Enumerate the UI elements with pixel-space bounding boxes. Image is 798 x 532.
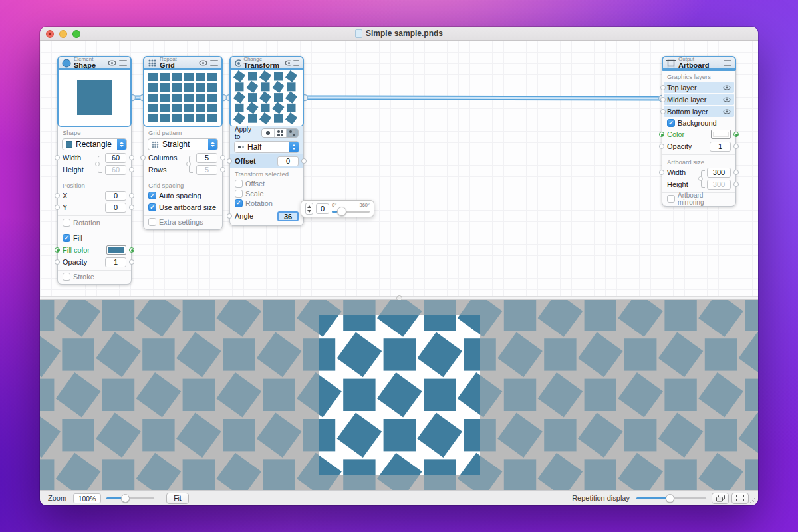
angle-stepper[interactable] bbox=[305, 203, 313, 215]
layer-eye-icon[interactable] bbox=[723, 85, 731, 90]
columns-field[interactable]: 5 bbox=[196, 153, 217, 163]
columns-port-left[interactable] bbox=[140, 155, 146, 160]
offset-field[interactable]: 0 bbox=[277, 156, 299, 166]
zoom-value-field[interactable]: 100% bbox=[73, 493, 101, 503]
rotation-checkbox[interactable] bbox=[63, 219, 70, 227]
y-port-left[interactable] bbox=[55, 205, 60, 210]
columns-port[interactable] bbox=[220, 155, 225, 160]
fill-color-port-left[interactable] bbox=[55, 247, 60, 253]
node-menu-icon[interactable] bbox=[210, 60, 218, 66]
artboard-height-field[interactable]: 300 bbox=[707, 180, 731, 190]
fullscreen-button[interactable] bbox=[732, 493, 749, 504]
artboard-width-port-left[interactable] bbox=[659, 170, 664, 175]
middle-layer-port[interactable] bbox=[660, 97, 666, 102]
node-grid-header[interactable]: Repeat Grid bbox=[144, 57, 221, 70]
pattern-canvas[interactable] bbox=[40, 300, 758, 490]
top-layer-port[interactable] bbox=[660, 85, 666, 90]
artboard-opacity-port-left[interactable] bbox=[659, 144, 664, 149]
apply-half-button[interactable] bbox=[286, 129, 298, 137]
width-field[interactable]: 60 bbox=[105, 153, 126, 163]
repetition-slider-thumb[interactable] bbox=[666, 494, 674, 503]
angle-port-left[interactable] bbox=[227, 213, 232, 219]
y-field[interactable]: 0 bbox=[105, 203, 126, 213]
node-menu-icon[interactable] bbox=[119, 60, 127, 66]
background-color-swatch[interactable] bbox=[711, 130, 731, 139]
use-artboard-row: ✓ Use artboard size bbox=[144, 201, 222, 213]
color-port-left[interactable] bbox=[659, 132, 664, 137]
stroke-label: Stroke bbox=[73, 273, 126, 281]
offset-port[interactable] bbox=[301, 158, 307, 164]
artboard-width-field[interactable]: 300 bbox=[707, 168, 731, 178]
apply-all-button[interactable] bbox=[262, 129, 274, 137]
bottom-layer-port[interactable] bbox=[660, 109, 666, 114]
color-port[interactable] bbox=[733, 132, 739, 137]
visibility-eye-icon[interactable] bbox=[108, 60, 116, 66]
section-graphics-layers: Graphics layers bbox=[662, 70, 735, 81]
rows-field[interactable]: 5 bbox=[196, 165, 217, 175]
node-editor-canvas[interactable]: Element Shape Shape Rectangle bbox=[40, 41, 758, 296]
layer-eye-icon[interactable] bbox=[723, 109, 731, 114]
artboard-opacity-field[interactable]: 1 bbox=[710, 142, 731, 152]
angle-slider-thumb[interactable] bbox=[337, 207, 346, 216]
y-port[interactable] bbox=[129, 205, 134, 210]
opacity-port-left[interactable] bbox=[55, 259, 60, 265]
x-port-left[interactable] bbox=[55, 193, 60, 198]
bottom-layer-row[interactable]: Bottom layer bbox=[664, 106, 734, 117]
auto-spacing-row: ✓ Auto spacing bbox=[144, 190, 222, 201]
artboard-mirroring-checkbox[interactable] bbox=[667, 195, 675, 203]
minimize-button[interactable] bbox=[59, 30, 67, 38]
shape-opacity-row: Opacity 1 bbox=[58, 256, 131, 268]
angle-slider: 0° 360° bbox=[332, 201, 370, 217]
opacity-port[interactable] bbox=[129, 259, 134, 265]
resize-grip[interactable] bbox=[749, 497, 756, 503]
middle-layer-row[interactable]: Middle layer bbox=[664, 94, 734, 105]
apply-every-button[interactable] bbox=[274, 129, 286, 137]
height-field[interactable]: 60 bbox=[105, 165, 126, 175]
node-artboard-header[interactable]: Output Artboard bbox=[663, 57, 735, 70]
visibility-eye-icon[interactable] bbox=[285, 60, 291, 66]
repetition-toggle-button[interactable] bbox=[712, 493, 729, 504]
close-button[interactable] bbox=[46, 30, 54, 38]
offset-checkbox[interactable] bbox=[235, 180, 243, 188]
offset-port-left[interactable] bbox=[227, 158, 232, 164]
zoom-window-button[interactable] bbox=[72, 30, 80, 38]
top-layer-row[interactable]: Top layer bbox=[664, 82, 734, 93]
background-checkbox[interactable]: ✓ bbox=[667, 119, 675, 127]
node-menu-icon[interactable] bbox=[293, 60, 299, 66]
artboard-width-port[interactable] bbox=[733, 170, 739, 175]
scale-checkbox[interactable] bbox=[235, 190, 243, 198]
rows-port[interactable] bbox=[220, 167, 225, 172]
opacity-field[interactable]: 1 bbox=[105, 257, 126, 267]
width-port-left[interactable] bbox=[55, 155, 60, 160]
x-field[interactable]: 0 bbox=[105, 191, 126, 201]
fill-color-port[interactable] bbox=[129, 247, 134, 253]
fill-color-swatch[interactable] bbox=[106, 245, 126, 255]
grid-pattern-dropdown[interactable]: Straight bbox=[148, 138, 218, 150]
extra-settings-checkbox[interactable] bbox=[148, 218, 156, 226]
use-artboard-checkbox[interactable]: ✓ bbox=[148, 203, 156, 211]
pattern-preview bbox=[40, 300, 758, 490]
rotation-enable-checkbox[interactable]: ✓ bbox=[235, 200, 243, 207]
artboard-height-port[interactable] bbox=[733, 182, 739, 187]
fill-checkbox[interactable]: ✓ bbox=[63, 234, 70, 242]
stroke-checkbox[interactable] bbox=[63, 273, 70, 281]
apply-target-dropdown[interactable]: Half bbox=[234, 141, 299, 153]
node-shape-header[interactable]: Element Shape bbox=[59, 57, 130, 70]
rotation-checkbox-label: Rotation bbox=[245, 200, 299, 207]
artboard-opacity-port[interactable] bbox=[733, 144, 739, 149]
angle-popover-field[interactable]: 0 bbox=[316, 203, 329, 214]
width-port[interactable] bbox=[129, 155, 134, 160]
node-artboard-title: Artboard bbox=[678, 62, 709, 69]
layer-eye-icon[interactable] bbox=[723, 97, 731, 102]
node-transform-header[interactable]: Change Transform bbox=[231, 57, 303, 70]
node-menu-icon[interactable] bbox=[724, 60, 732, 66]
height-port[interactable] bbox=[129, 167, 134, 172]
zoom-slider-thumb[interactable] bbox=[121, 494, 130, 503]
angle-field[interactable]: 36 bbox=[277, 211, 299, 221]
visibility-eye-icon[interactable] bbox=[199, 60, 207, 66]
x-port[interactable] bbox=[129, 193, 134, 198]
shape-type-dropdown[interactable]: Rectangle bbox=[62, 138, 127, 150]
auto-spacing-checkbox[interactable]: ✓ bbox=[148, 192, 156, 200]
fit-button[interactable]: Fit bbox=[166, 493, 189, 504]
section-artboard-size: Artboard size bbox=[662, 156, 735, 166]
